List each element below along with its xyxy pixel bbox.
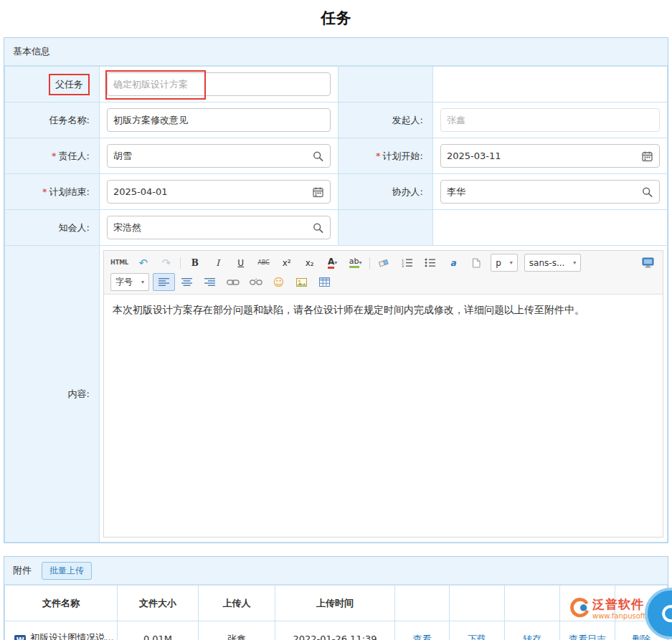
col-file-name: 文件名称: [5, 586, 118, 621]
initiator-input-cell: [433, 102, 668, 138]
search-icon[interactable]: [313, 151, 323, 161]
bold-button[interactable]: B: [184, 254, 206, 272]
toolbar-row-1: HTML ↶ ↷ B I U ABC x² x₂ A: [108, 253, 659, 272]
responsible-label: 责任人:: [59, 151, 90, 161]
highlight-color-button[interactable]: ab ▾: [344, 254, 366, 272]
search-icon[interactable]: [642, 186, 653, 197]
plan-start-input[interactable]: [440, 144, 660, 168]
subscript-button[interactable]: x₂: [298, 254, 321, 272]
attachments-title: 附件: [13, 564, 32, 577]
basic-info-form: 父任务 任务名称: 发起人:: [4, 66, 668, 543]
svg-text:3.: 3.: [402, 264, 404, 267]
required-mark: *: [52, 151, 57, 161]
co-organizer-input[interactable]: [440, 180, 660, 204]
plan-end-label: 计划结束:: [49, 186, 90, 197]
align-left-icon[interactable]: [153, 273, 175, 291]
font-family-value: sans-s...: [529, 258, 565, 268]
col-action: [395, 586, 450, 621]
toolbar-separator: [180, 257, 181, 269]
empty-label-cell: [339, 210, 433, 246]
initiator-label-cell: 发起人:: [339, 102, 433, 138]
task-name-input[interactable]: [107, 108, 331, 132]
chevron-down-icon: ▾: [573, 259, 576, 266]
search-icon[interactable]: [313, 222, 323, 233]
attachments-table: 文件名称 文件大小 上传人 上传时间 W初版设计图情况说... 0.01M 张鑫…: [4, 585, 668, 640]
transfer-link[interactable]: 转存: [523, 634, 541, 640]
content-label-cell: 内容:: [5, 246, 100, 543]
unlink-icon[interactable]: [245, 273, 267, 291]
table-icon[interactable]: [313, 273, 336, 291]
parent-task-input[interactable]: [107, 72, 331, 96]
font-size-select[interactable]: 字号 ▾: [110, 273, 149, 291]
task-name-label: 任务名称:: [49, 115, 90, 125]
view-log-link[interactable]: 查看日志: [569, 634, 606, 640]
word-file-icon: W: [14, 635, 26, 640]
font-size-value: 字号: [115, 276, 133, 288]
view-link[interactable]: 查看: [413, 634, 432, 640]
underline-button[interactable]: U: [229, 254, 252, 272]
initiator-input: [440, 108, 660, 132]
plan-end-label-cell: *计划结束:: [5, 174, 100, 210]
align-right-icon[interactable]: [199, 273, 221, 291]
parent-task-input-cell: [100, 67, 339, 102]
row-end-coorganizer: *计划结束: 协办人:: [5, 174, 668, 210]
font-family-select[interactable]: sans-s... ▾: [524, 254, 582, 272]
emoji-icon[interactable]: ☺: [268, 273, 290, 291]
undo-icon[interactable]: ↶: [132, 254, 154, 272]
col-action: [505, 586, 560, 621]
notify-input[interactable]: [107, 216, 331, 239]
font-color-button[interactable]: A ▾: [321, 254, 344, 272]
col-uploader: 上传人: [199, 586, 275, 621]
chevron-down-icon: ▾: [510, 259, 513, 266]
rich-text-editor: HTML ↶ ↷ B I U ABC x² x₂ A: [103, 250, 663, 538]
editor-content-area[interactable]: 本次初版设计方案存在部分问题和缺陷，请各位设计师在规定时间内完成修改，详细问题以…: [104, 295, 663, 537]
empty-input-cell: [433, 67, 668, 102]
row-notify: 知会人:: [5, 210, 668, 246]
task-name-label-cell: 任务名称:: [5, 102, 100, 138]
paragraph-value: p: [496, 258, 501, 268]
attachments-section-header: 附件 批量上传: [4, 557, 668, 585]
action-cell: 下载: [450, 621, 505, 640]
file-name-cell: W初版设计图情况说...: [5, 621, 118, 640]
chevron-down-icon: ▾: [141, 279, 144, 285]
row-content: 内容: HTML ↶ ↷ B I U ABC x²: [5, 246, 668, 543]
fullscreen-monitor-icon[interactable]: [637, 254, 659, 272]
align-center-icon[interactable]: [176, 273, 198, 291]
delete-link[interactable]: 删除: [632, 634, 650, 640]
page-icon[interactable]: [465, 254, 487, 272]
calendar-icon[interactable]: [313, 186, 323, 197]
task-name-input-cell: [100, 102, 339, 138]
calendar-icon[interactable]: [642, 151, 653, 161]
download-link[interactable]: 下载: [468, 634, 486, 640]
ordered-list-icon[interactable]: 1.2.3.: [396, 254, 418, 272]
plan-end-input[interactable]: [107, 180, 331, 204]
font-color-glyph: A: [328, 257, 334, 269]
basic-info-panel: 基本信息 父任务 任务名称:: [4, 37, 668, 543]
co-organizer-label-cell: 协办人:: [339, 174, 433, 210]
superscript-button[interactable]: x²: [275, 254, 298, 272]
link-icon[interactable]: [222, 273, 244, 291]
chevron-down-icon: ▾: [359, 259, 362, 266]
required-mark: *: [376, 151, 381, 161]
image-icon[interactable]: [290, 273, 313, 291]
anchor-button[interactable]: a: [442, 254, 464, 272]
chevron-down-icon: ▾: [334, 259, 337, 266]
eraser-icon[interactable]: [373, 254, 395, 272]
strikethrough-button[interactable]: ABC: [252, 254, 275, 272]
basic-info-section-header: 基本信息: [4, 38, 668, 66]
parent-task-label-cell: 父任务: [5, 67, 100, 102]
responsible-input-cell: [100, 138, 339, 174]
action-cell: 查看: [395, 621, 450, 640]
responsible-input[interactable]: [107, 144, 331, 168]
batch-upload-button[interactable]: 批量上传: [42, 562, 92, 580]
redo-icon[interactable]: ↷: [155, 254, 177, 272]
page-title: 任务: [0, 0, 672, 37]
file-name-text: 初版设计图情况说...: [30, 632, 113, 640]
unordered-list-icon[interactable]: [419, 254, 441, 272]
paragraph-select[interactable]: p ▾: [491, 254, 518, 272]
content-editor-cell: HTML ↶ ↷ B I U ABC x² x₂ A: [100, 246, 668, 543]
editor-toolbar: HTML ↶ ↷ B I U ABC x² x₂ A: [104, 251, 663, 295]
italic-button[interactable]: I: [207, 254, 229, 272]
row-name-initiator: 任务名称: 发起人:: [5, 102, 668, 138]
source-code-button[interactable]: HTML: [108, 254, 131, 272]
